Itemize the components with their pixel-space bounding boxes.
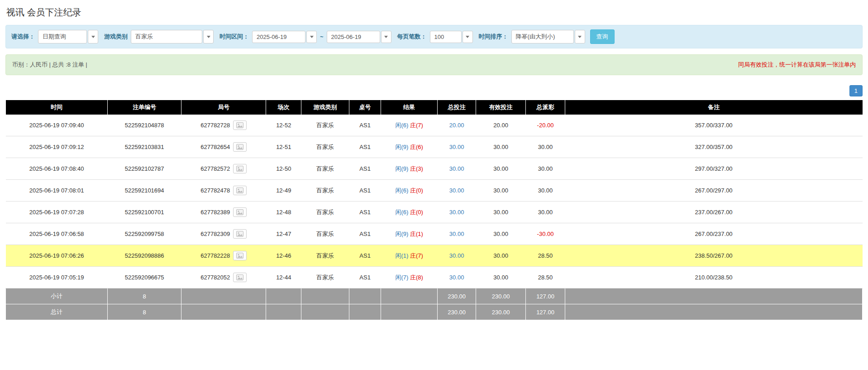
video-replay-button[interactable] (233, 251, 247, 260)
cell-valid-bet: 30.00 (476, 180, 526, 202)
cell-note: 267.00/297.00 (565, 180, 863, 202)
page-number-button[interactable]: 1 (849, 85, 863, 96)
cell-note: 267.00/237.00 (565, 223, 863, 245)
result-banker: 庄(7) (410, 252, 423, 259)
video-replay-button[interactable] (233, 207, 247, 217)
result-player: 闲(1) (395, 252, 408, 259)
table-row[interactable]: 2025-06-19 07:09:40522592104878627782728… (6, 115, 863, 136)
cell-total-bet[interactable]: 20.00 (438, 115, 476, 136)
cell-result: 闲(6) 庄(0) (381, 180, 438, 202)
table-row[interactable]: 2025-06-19 07:08:01522592101694627782478… (6, 180, 863, 202)
filter-bar: 请选择： 日期查询 游戏类别 百家乐 时间区间： 2025-06-19 ~ 20… (5, 25, 863, 48)
result-banker: 庄(7) (410, 122, 423, 129)
cell-note: 237.00/267.00 (565, 202, 863, 223)
cell-table-no: AS1 (349, 267, 381, 288)
cell-game-type: 百家乐 (301, 223, 349, 245)
date-to-value[interactable]: 2025-06-19 (327, 31, 380, 43)
table-row[interactable]: 2025-06-19 07:05:19522592096675627782052… (6, 267, 863, 288)
video-replay-button[interactable] (233, 164, 247, 173)
date-to-dropdown[interactable]: 2025-06-19 (327, 31, 391, 43)
cell-time: 2025-06-19 07:07:28 (6, 202, 108, 223)
footer-empty (266, 288, 301, 304)
cell-valid-bet: 30.00 (476, 223, 526, 245)
table-row[interactable]: 2025-06-19 07:09:12522592103831627782654… (6, 136, 863, 158)
pagination: 1 (5, 85, 863, 96)
game-type-dropdown[interactable]: 百家乐 (131, 30, 214, 43)
date-from-value[interactable]: 2025-06-19 (252, 31, 305, 43)
total-bet-link[interactable]: 30.00 (449, 144, 464, 150)
cell-total-bet[interactable]: 30.00 (438, 223, 476, 245)
footer-valid-bet: 230.00 (476, 304, 526, 320)
video-replay-button[interactable] (233, 273, 247, 282)
cell-total-bet[interactable]: 30.00 (438, 136, 476, 158)
query-type-value[interactable]: 日期查询 (38, 30, 87, 43)
query-type-dropdown[interactable]: 日期查询 (38, 30, 98, 43)
result-banker: 庄(6) (410, 144, 423, 150)
total-bet-link[interactable]: 30.00 (449, 274, 464, 281)
cell-time: 2025-06-19 07:09:12 (6, 136, 108, 158)
round-id-text: 627782309 (200, 231, 230, 237)
cell-valid-bet: 30.00 (476, 136, 526, 158)
cell-total-bet[interactable]: 30.00 (438, 267, 476, 288)
video-replay-icon (236, 187, 243, 193)
result-player: 闲(9) (395, 165, 408, 172)
chevron-down-icon[interactable] (88, 30, 98, 43)
footer-empty (349, 304, 381, 320)
page-size-dropdown[interactable]: 100 (430, 31, 473, 43)
cell-game-type: 百家乐 (301, 158, 349, 180)
game-type-value[interactable]: 百家乐 (131, 30, 202, 43)
cell-payout: 30.00 (526, 158, 565, 180)
footer-payout: 127.00 (526, 288, 565, 304)
chevron-down-icon[interactable] (203, 30, 214, 43)
table-row[interactable]: 2025-06-19 07:07:28522592100701627782389… (6, 202, 863, 223)
column-header: 总投注 (438, 100, 476, 115)
date-from-dropdown[interactable]: 2025-06-19 (252, 31, 317, 43)
chevron-down-icon[interactable] (306, 31, 317, 43)
cell-time: 2025-06-19 07:05:19 (6, 267, 108, 288)
total-bet-link[interactable]: 30.00 (449, 231, 464, 237)
cell-time: 2025-06-19 07:08:40 (6, 158, 108, 180)
video-replay-button[interactable] (233, 186, 247, 195)
cell-table-no: AS1 (349, 180, 381, 202)
cell-game-type: 百家乐 (301, 115, 349, 136)
total-bet-link[interactable]: 20.00 (449, 122, 464, 129)
cell-table-no: AS1 (349, 136, 381, 158)
tilde-separator: ~ (320, 34, 324, 40)
table-row[interactable]: 2025-06-19 07:06:26522592098886627782228… (6, 245, 863, 267)
total-bet-link[interactable]: 30.00 (449, 209, 464, 216)
cell-total-bet[interactable]: 30.00 (438, 180, 476, 202)
video-replay-button[interactable] (233, 229, 247, 239)
sort-value[interactable]: 降幂(由大到小) (511, 30, 574, 43)
round-id-text: 627782478 (200, 187, 230, 194)
column-header: 时间 (6, 100, 108, 115)
cell-valid-bet: 30.00 (476, 245, 526, 267)
total-bet-link[interactable]: 30.00 (449, 165, 464, 172)
cell-note: 327.00/357.00 (565, 136, 863, 158)
cell-total-bet[interactable]: 30.00 (438, 245, 476, 267)
page-size-label: 每页笔数： (397, 33, 427, 41)
chevron-down-icon[interactable] (381, 31, 391, 43)
footer-label: 总计 (6, 304, 108, 320)
cell-total-bet[interactable]: 30.00 (438, 202, 476, 223)
table-row[interactable]: 2025-06-19 07:06:58522592099758627782309… (6, 223, 863, 245)
video-replay-icon (236, 231, 243, 237)
time-range-label: 时间区间： (219, 33, 249, 41)
cell-payout: 30.00 (526, 180, 565, 202)
cell-time: 2025-06-19 07:06:58 (6, 223, 108, 245)
cell-round-id: 627782389 (181, 202, 266, 223)
sort-dropdown[interactable]: 降幂(由大到小) (511, 30, 585, 43)
column-header: 场次 (266, 100, 301, 115)
chevron-down-icon[interactable] (463, 31, 473, 43)
total-bet-link[interactable]: 30.00 (449, 187, 464, 194)
cell-total-bet[interactable]: 30.00 (438, 158, 476, 180)
cell-bet-id: 522592099758 (108, 223, 181, 245)
total-bet-link[interactable]: 30.00 (449, 252, 464, 259)
video-replay-button[interactable] (233, 142, 247, 152)
cell-result: 闲(9) 庄(1) (381, 223, 438, 245)
table-row[interactable]: 2025-06-19 07:08:40522592102787627782572… (6, 158, 863, 180)
chevron-down-icon[interactable] (575, 30, 585, 43)
round-id-text: 627782728 (200, 122, 230, 129)
page-size-value[interactable]: 100 (430, 31, 462, 43)
video-replay-button[interactable] (233, 120, 247, 130)
search-button[interactable]: 查询 (590, 29, 615, 44)
